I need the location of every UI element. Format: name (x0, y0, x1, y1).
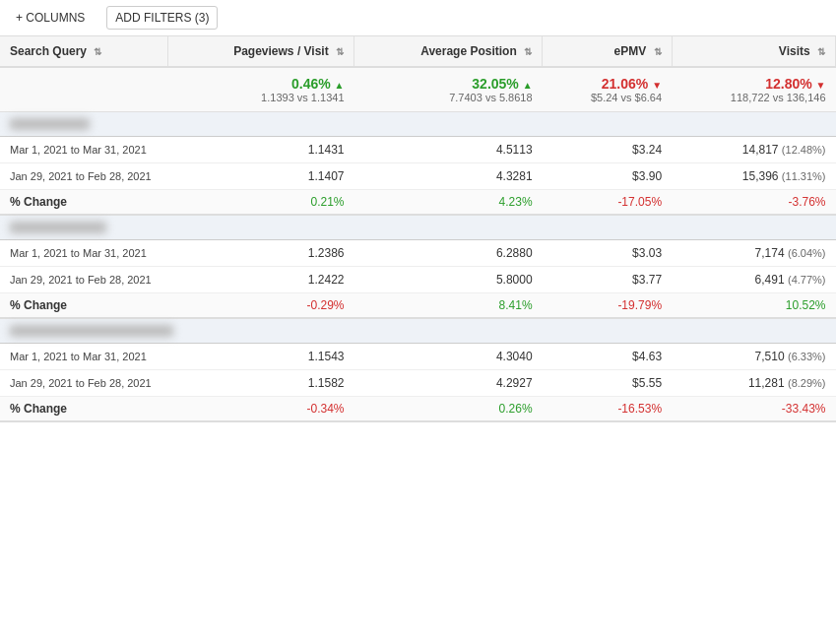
group-header-2: calories apple cider vinegar active (0, 318, 836, 344)
cell-g1-r1-c2: 5.8000 (354, 267, 543, 293)
pct-row-g0: % Change0.21%4.23%-17.05%-3.76% (0, 190, 836, 216)
sort-icon-avgpos: ⇅ (524, 46, 532, 57)
cell-g0-r0-c4: 14,817 (12.48%) (672, 137, 835, 163)
summary-epmv-compare: $5.24 vs $6.64 (552, 92, 662, 103)
arrow-down-visits (816, 76, 826, 92)
summary-visits-compare: 118,722 vs 136,146 (681, 92, 825, 103)
pct-row-g1: % Change-0.29%8.41%-19.79%10.52% (0, 293, 836, 319)
cell-g0-r1-c0: Jan 29, 2021 to Feb 28, 2021 (0, 163, 167, 190)
pct-cell-g1-f0: -0.29% (167, 293, 354, 319)
summary-visits-value: 12.80% (765, 76, 825, 92)
summary-row: 0.46% 1.1393 vs 1.1341 32.05% 7.7403 vs … (0, 67, 836, 112)
cell-g2-r1-c4: 11,281 (8.29%) (672, 370, 835, 397)
cell-g1-r1-c3: $3.77 (543, 267, 672, 293)
data-row-g2-r0: Mar 1, 2021 to Mar 31, 20211.15434.3040$… (0, 344, 836, 370)
data-row-g2-r1: Jan 29, 2021 to Feb 28, 20211.15824.2927… (0, 370, 836, 397)
data-row-g0-r1: Jan 29, 2021 to Feb 28, 20211.14074.3281… (0, 163, 836, 190)
group-header-0: workout routines (0, 112, 836, 137)
cell-g2-r0-c2: 4.3040 (354, 344, 543, 370)
cell-g0-r0-c3: $3.24 (543, 137, 672, 163)
arrow-up-pageviews (335, 76, 345, 92)
cell-g0-r1-c4: 15,396 (11.31%) (672, 163, 835, 190)
cell-g1-r1-c0: Jan 29, 2021 to Feb 28, 2021 (0, 267, 167, 293)
summary-pageviews-value: 0.46% (291, 76, 345, 92)
cell-g1-r1-c1: 1.2422 (167, 267, 354, 293)
col-header-search-query[interactable]: Search Query ⇅ (0, 36, 167, 67)
group-header-1: hiit workout at home (0, 215, 836, 240)
pct-cell-g1-f1: 8.41% (354, 293, 543, 319)
cell-g0-r0-c0: Mar 1, 2021 to Mar 31, 2021 (0, 137, 167, 163)
col-header-pageviews[interactable]: Pageviews / Visit ⇅ (167, 36, 354, 67)
pct-cell-g2-f2: -16.53% (543, 397, 672, 422)
pct-cell-g0-f0: 0.21% (167, 190, 354, 216)
filters-button[interactable]: ADD FILTERS (3) (106, 6, 218, 30)
cell-g2-r0-c4: 7,510 (6.33%) (672, 344, 835, 370)
cell-g2-r1-c2: 4.2927 (354, 370, 543, 397)
data-row-g1-r0: Mar 1, 2021 to Mar 31, 20211.23866.2880$… (0, 240, 836, 267)
pct-cell-g1-f3: 10.52% (672, 293, 835, 319)
pct-cell-g2-f3: -33.43% (672, 397, 835, 422)
pct-cell-g2-f1: 0.26% (354, 397, 543, 422)
columns-button[interactable]: + COLUMNS (10, 7, 91, 29)
cell-g0-r0-c1: 1.1431 (167, 137, 354, 163)
cell-g1-r0-c4: 7,174 (6.04%) (672, 240, 835, 267)
summary-avgpos-value: 32.05% (472, 76, 532, 92)
col-header-epmv[interactable]: ePMV ⇅ (543, 36, 672, 67)
cell-g1-r0-c0: Mar 1, 2021 to Mar 31, 2021 (0, 240, 167, 267)
cell-g2-r0-c3: $4.63 (543, 344, 672, 370)
cell-g0-r1-c2: 4.3281 (354, 163, 543, 190)
cell-g2-r1-c3: $5.55 (543, 370, 672, 397)
summary-pageviews-compare: 1.1393 vs 1.1341 (177, 92, 345, 103)
sort-icon-search-query: ⇅ (94, 46, 101, 57)
pct-cell-g0-f2: -17.05% (543, 190, 672, 216)
pct-cell-g2-f0: -0.34% (167, 397, 354, 422)
cell-g2-r0-c0: Mar 1, 2021 to Mar 31, 2021 (0, 344, 167, 370)
col-header-visits[interactable]: Visits ⇅ (672, 36, 835, 67)
cell-g1-r1-c4: 6,491 (4.77%) (672, 267, 835, 293)
summary-epmv-value: 21.06% (602, 76, 662, 92)
sort-icon-visits: ⇅ (817, 46, 825, 57)
arrow-down-epmv (652, 76, 662, 92)
arrow-up-avgpos (523, 76, 533, 92)
data-table: Search Query ⇅ Pageviews / Visit ⇅ Avera… (0, 36, 836, 422)
cell-g0-r1-c1: 1.1407 (167, 163, 354, 190)
sort-icon-epmv: ⇅ (654, 46, 662, 57)
pct-cell-g0-f1: 4.23% (354, 190, 543, 216)
sort-icon-pageviews: ⇅ (336, 46, 344, 57)
cell-g1-r0-c3: $3.03 (543, 240, 672, 267)
toolbar: + COLUMNS ADD FILTERS (3) (0, 0, 836, 36)
pct-cell-g0-f3: -3.76% (672, 190, 835, 216)
cell-g0-r0-c2: 4.5113 (354, 137, 543, 163)
cell-g2-r1-c0: Jan 29, 2021 to Feb 28, 2021 (0, 370, 167, 397)
cell-g1-r0-c2: 6.2880 (354, 240, 543, 267)
cell-g1-r0-c1: 1.2386 (167, 240, 354, 267)
cell-g2-r1-c1: 1.1582 (167, 370, 354, 397)
data-row-g0-r0: Mar 1, 2021 to Mar 31, 20211.14314.5113$… (0, 137, 836, 163)
cell-g2-r0-c1: 1.1543 (167, 344, 354, 370)
summary-avgpos-compare: 7.7403 vs 5.8618 (364, 92, 533, 103)
pct-cell-g1-f2: -19.79% (543, 293, 672, 319)
cell-g0-r1-c3: $3.90 (543, 163, 672, 190)
data-row-g1-r1: Jan 29, 2021 to Feb 28, 20211.24225.8000… (0, 267, 836, 293)
col-header-avgpos[interactable]: Average Position ⇅ (354, 36, 543, 67)
pct-row-g2: % Change-0.34%0.26%-16.53%-33.43% (0, 397, 836, 422)
